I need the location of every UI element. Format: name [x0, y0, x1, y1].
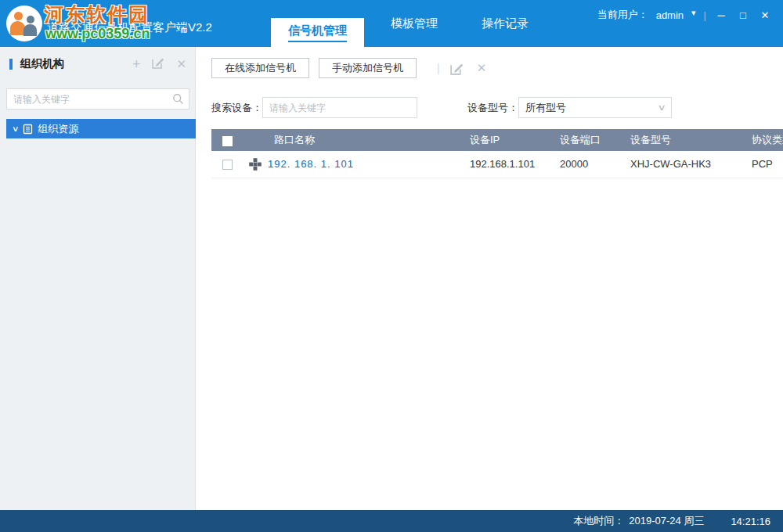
pencil-icon — [449, 61, 464, 76]
toolbar-divider: | — [437, 62, 440, 74]
edit-device-button[interactable] — [449, 61, 464, 76]
device-table-wrap: 路口名称 设备IP 设备端口 设备型号 协议类型 — [211, 129, 783, 178]
device-name-link[interactable]: 192. 168. 1. 101 — [268, 158, 354, 170]
logo-person-gray-body — [23, 24, 37, 36]
current-user-label: 当前用户： — [597, 8, 648, 22]
search-icon — [172, 93, 184, 105]
add-org-button[interactable]: + — [132, 56, 141, 72]
edit-org-button[interactable] — [151, 56, 165, 73]
device-table: 路口名称 设备IP 设备端口 设备型号 协议类型 — [211, 129, 783, 178]
col-header-protocol: 协议类型 — [744, 129, 783, 151]
tree-item-org-resource[interactable]: ∨ 组织资源 — [6, 119, 196, 138]
device-search-input[interactable] — [262, 97, 417, 118]
maximize-button[interactable]: □ — [736, 9, 750, 21]
selected-model-value: 所有型号 — [525, 101, 566, 115]
delete-device-button[interactable]: ✕ — [477, 61, 487, 75]
intersection-icon — [249, 158, 262, 171]
main-tabs: 信号机管理 模板管理 操作记录 — [266, 0, 550, 47]
local-date: 2019-07-24 周三 — [629, 514, 704, 528]
col-header-name: 路口名称 — [243, 129, 462, 151]
pencil-icon — [151, 56, 165, 70]
col-header-model: 设备型号 — [622, 129, 744, 151]
app-title: 道路交通信号机配置客户端V2.2 — [47, 20, 212, 35]
logo-person-gray-icon — [27, 16, 34, 23]
cell-device-ip: 192.168.1.101 — [462, 151, 552, 178]
tab-template-management[interactable]: 模板管理 — [373, 0, 455, 47]
minimize-button[interactable]: ─ — [714, 9, 728, 21]
tab-signal-management[interactable]: 信号机管理 — [271, 18, 364, 47]
select-all-checkbox[interactable] — [222, 136, 233, 146]
tab-label: 模板管理 — [391, 16, 438, 31]
col-header-ip: 设备IP — [462, 129, 552, 151]
tree-item-label: 组织资源 — [38, 122, 78, 136]
cell-device-port: 20000 — [552, 151, 622, 178]
chevron-down-icon: ∨ — [657, 102, 666, 113]
logo-person-orange-icon — [14, 12, 23, 20]
sidebar-title: 组织机构 — [20, 57, 64, 71]
device-toolbar: 在线添加信号机 手动添加信号机 | ✕ — [211, 58, 486, 78]
table-header-row: 路口名称 设备IP 设备端口 设备型号 协议类型 — [211, 129, 783, 151]
close-button[interactable]: ✕ — [758, 9, 772, 21]
cell-device-model: XHJ-CW-GA-HK3 — [622, 151, 744, 178]
sidebar-header: 组织机构 + ✕ — [0, 53, 196, 75]
title-bar: 道路交通信号机配置客户端V2.2 信号机管理 模板管理 操作记录 当前用户： a… — [0, 0, 783, 47]
device-model-select[interactable]: 所有型号 ∨ — [518, 97, 672, 118]
sidebar-search — [6, 88, 189, 110]
sidebar-organization: 组织机构 + ✕ ∨ — [0, 47, 196, 510]
app-logo-icon — [6, 5, 42, 41]
table-row[interactable]: 192. 168. 1. 101 192.168.1.101 20000 XHJ… — [211, 151, 783, 178]
app-window: 道路交通信号机配置客户端V2.2 信号机管理 模板管理 操作记录 当前用户： a… — [0, 0, 783, 532]
add-signal-manual-button[interactable]: 手动添加信号机 — [319, 58, 417, 78]
current-user-name: admin — [656, 9, 684, 21]
header-divider: | — [704, 9, 706, 21]
add-signal-online-button[interactable]: 在线添加信号机 — [211, 58, 309, 78]
row-checkbox[interactable] — [222, 160, 233, 170]
user-menu-caret-icon[interactable]: ▾ — [691, 8, 696, 18]
local-time-label: 本地时间： — [573, 514, 624, 528]
tab-label: 信号机管理 — [288, 23, 347, 42]
accent-bar — [9, 59, 13, 70]
device-model-label: 设备型号： — [467, 101, 518, 115]
delete-org-button[interactable]: ✕ — [176, 56, 186, 72]
sidebar-actions: + ✕ — [132, 56, 186, 73]
device-filters: 搜索设备： 设备型号： 所有型号 ∨ — [211, 97, 672, 118]
search-device-label: 搜索设备： — [211, 101, 262, 115]
device-name-cell: 192. 168. 1. 101 — [249, 158, 462, 171]
tree-expander-icon[interactable]: ∨ — [12, 124, 20, 133]
status-bar: 本地时间： 2019-07-24 周三 14:21:16 — [0, 510, 783, 532]
tab-operation-log[interactable]: 操作记录 — [464, 0, 546, 47]
user-area: 当前用户： admin ▾ | ─ □ ✕ — [597, 8, 772, 22]
col-header-port: 设备端口 — [552, 129, 622, 151]
org-search-input[interactable] — [6, 88, 189, 110]
local-time: 14:21:16 — [731, 516, 770, 527]
main-content: 在线添加信号机 手动添加信号机 | ✕ 搜索设备： 设备型号： 所有型号 ∨ — [196, 47, 783, 510]
org-book-icon — [23, 124, 33, 135]
tab-label: 操作记录 — [482, 16, 529, 31]
cell-device-protocol: PCP — [744, 151, 783, 178]
